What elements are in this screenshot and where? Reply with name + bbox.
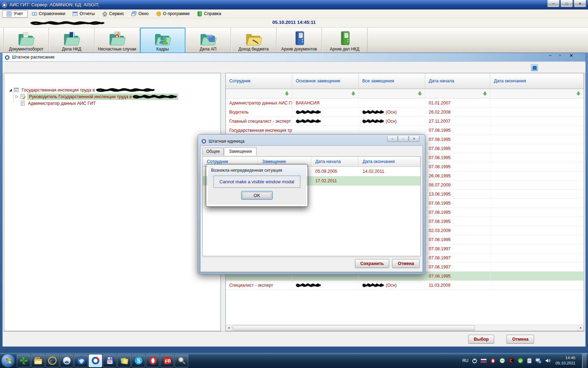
current-datetime: 05.10.2011 14:45:11 (0, 20, 588, 25)
column-header[interactable]: Основное замещение (292, 73, 359, 89)
maximize-button[interactable]: □ (560, 0, 573, 7)
cancel-button[interactable]: Отмена (392, 259, 420, 268)
cell-employee: Специалист - эксперт (226, 281, 292, 289)
table-row[interactable]: Администратор данных АИС ГИТВАКАНСИЯ01.0… (226, 98, 584, 108)
tab-obschee[interactable]: Общее (202, 148, 224, 156)
taskbar-search-tool[interactable] (175, 354, 188, 367)
taskbar-ais-git[interactable] (89, 354, 102, 367)
cell-end-date (490, 244, 584, 253)
toolbar-arhiv-dokumentov[interactable]: Архив документов (276, 28, 322, 53)
horizontal-scrollbar[interactable]: ◄ ► (226, 325, 584, 331)
unit-maximize-button[interactable]: ▫ (398, 136, 408, 142)
close-button[interactable]: × (574, 0, 586, 7)
taskbar-green-utility[interactable] (17, 354, 30, 367)
unit-minimize-button[interactable]: – (387, 136, 398, 142)
cell-start-date: 01.01.2007 (425, 98, 490, 107)
show-desktop-button[interactable] (582, 353, 587, 368)
menu-otchety[interactable]: Отчеты (69, 11, 98, 17)
table-row[interactable]: Государственная инспекция тру07.08.1995 (226, 126, 584, 135)
taskbar-fastreport[interactable]: FR (160, 354, 174, 367)
menu-spravka[interactable]: Справка (194, 11, 224, 17)
toolbar-arhiv-del-nkd[interactable]: Архив дел НКД (322, 28, 368, 53)
taskbar-internet-explorer[interactable]: e (46, 354, 59, 367)
column-header[interactable]: Дата начала (311, 157, 358, 166)
expand-icon[interactable] (15, 95, 19, 99)
clipboard-icon[interactable] (526, 358, 532, 364)
cell-main-substitution (292, 126, 359, 135)
tree-item-inspection[interactable]: Государственная инспекция труда в (4, 87, 220, 93)
minimize-button[interactable]: – (547, 0, 560, 7)
cell-end-date (490, 208, 584, 217)
system-tray: RU 14:45 05.10.2011 (462, 353, 588, 368)
taskbar-sticky-notes[interactable] (117, 354, 131, 367)
language-indicator[interactable]: RU (462, 358, 468, 363)
filter-arrow-icon[interactable] (425, 89, 490, 98)
tree-item-rukovoditel[interactable]: Руководитель Государственной инспекции т… (4, 93, 220, 100)
menu-servis[interactable]: Сервис (99, 11, 127, 17)
volume-icon[interactable] (545, 358, 551, 364)
column-header[interactable]: Дата окончания (490, 73, 584, 89)
column-header[interactable]: Все замещения (359, 73, 425, 89)
schedule-minimize-button[interactable]: – (549, 53, 559, 59)
table-row[interactable]: Главный специалист - эксперт(Осн)27.11.2… (226, 117, 584, 126)
cell-end-date (490, 153, 584, 162)
filter-arrow-icon[interactable] (490, 89, 584, 98)
menu-okno[interactable]: Окно (128, 11, 152, 17)
menu-spravochniki[interactable]: Справочники (29, 11, 69, 17)
select-button[interactable]: Выбор (468, 335, 495, 344)
taskbar-thunderbird[interactable] (74, 354, 88, 367)
filter-arrow-icon[interactable] (359, 89, 425, 98)
column-header[interactable]: Сотрудник (226, 73, 292, 89)
scrollbar-thumb[interactable] (233, 325, 475, 330)
cell-end-date (490, 272, 584, 280)
kaspersky-icon[interactable] (508, 358, 514, 364)
end-date: 14.02.2011 (358, 167, 420, 176)
agent-icon[interactable] (517, 358, 523, 364)
power-icon[interactable] (471, 358, 477, 364)
ok-button[interactable]: OK (241, 191, 273, 200)
panel-toggle-button[interactable] (531, 64, 538, 71)
clock[interactable]: 14:45 05.10.2011 (555, 355, 575, 366)
schedule-close-button[interactable]: ✕ (569, 53, 579, 59)
taskbar-skype[interactable]: S (132, 354, 145, 367)
cell-end-date (490, 108, 584, 116)
toolbar-dela-nkd[interactable]: Дела НКД (49, 28, 94, 53)
toolbar-dokumentooborot[interactable]: Документооборот (4, 28, 49, 53)
scroll-right-icon[interactable]: ► (578, 325, 584, 331)
collapse-icon[interactable] (8, 88, 13, 92)
taskbar-file-manager[interactable] (31, 354, 45, 367)
taskbar-opera[interactable] (146, 354, 160, 367)
filter-arrow-icon[interactable] (292, 89, 359, 98)
toolbar-dela-ap[interactable]: Дела АП (186, 28, 231, 53)
cell-start-date: 07.08.1995 (425, 135, 490, 144)
cell-main-substitution (292, 281, 359, 289)
scroll-left-icon[interactable]: ◄ (226, 325, 232, 331)
schedule-maximize-button[interactable]: ▫ (559, 53, 569, 59)
cell-all-substitutions: (Осн) (359, 281, 425, 289)
filter-arrow-icon[interactable] (226, 89, 292, 98)
table-row[interactable]: Водитель(Осн)26.02.2008 (226, 108, 584, 117)
tree-item-administrator[interactable]: Администратор данных АИС ГИТ (4, 100, 220, 107)
disc-tool-icon[interactable] (499, 358, 505, 364)
taskbar-browser-orb[interactable] (60, 354, 74, 367)
unit-close-button[interactable]: ✕ (409, 136, 419, 142)
menu-about[interactable]: О программе (153, 11, 193, 17)
toolbar-dohod-byudzheta[interactable]: Доход бюджета (231, 28, 276, 53)
tray-date: 05.10.2011 (555, 361, 575, 366)
network-icon[interactable] (536, 358, 541, 364)
save-button[interactable]: Сохранить (355, 259, 390, 268)
russian-flag-icon[interactable] (481, 359, 487, 363)
start-button[interactable] (1, 354, 15, 368)
cell-start-date: 07.08.1995 (425, 153, 490, 162)
menu-uchet[interactable]: Учет (2, 10, 28, 18)
toolbar-neschastnye-sluchai[interactable]: Несчастные случаи (94, 28, 140, 53)
taskbar-save-tool[interactable] (103, 354, 117, 367)
toolbar-kadry[interactable]: Кадры (140, 28, 186, 53)
cancel-button[interactable]: Отмена (506, 335, 534, 344)
tab-zamescheniya[interactable]: Замещения (224, 147, 257, 155)
column-header[interactable]: Дата начала (425, 73, 490, 89)
opera-tray-icon[interactable] (490, 358, 496, 364)
table-row[interactable]: Специалист - эксперт(Осн)11.03.2009 (226, 281, 584, 290)
column-header[interactable]: Дата окончания (358, 157, 420, 166)
svg-text:e: e (50, 357, 53, 364)
